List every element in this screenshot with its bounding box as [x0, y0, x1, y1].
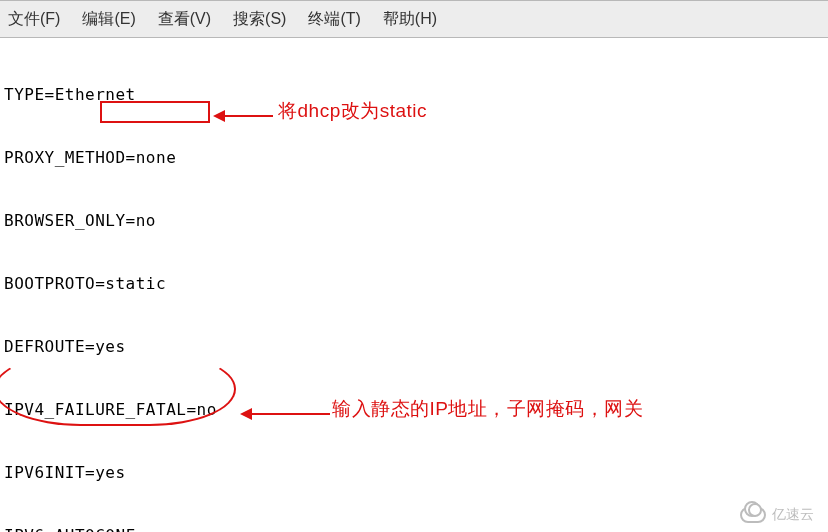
menu-terminal[interactable]: 终端(T) — [308, 9, 360, 30]
cloud-icon — [740, 507, 766, 523]
watermark-text: 亿速云 — [772, 506, 814, 524]
config-line: BROWSER_ONLY=no — [4, 210, 824, 231]
menu-file[interactable]: 文件(F) — [8, 9, 60, 30]
config-line: PROXY_METHOD=none — [4, 147, 824, 168]
editor-viewport[interactable]: TYPE=Ethernet PROXY_METHOD=none BROWSER_… — [0, 38, 828, 532]
annotation-top: 将dhcp改为static — [278, 100, 427, 121]
config-line: IPV6_AUTOCONF=yes — [4, 525, 824, 532]
menu-edit[interactable]: 编辑(E) — [82, 9, 135, 30]
menubar: 文件(F) 编辑(E) 查看(V) 搜索(S) 终端(T) 帮助(H) — [0, 0, 828, 38]
annotation-bottom: 输入静态的IP地址，子网掩码，网关 — [332, 398, 643, 419]
menu-help[interactable]: 帮助(H) — [383, 9, 437, 30]
menu-search[interactable]: 搜索(S) — [233, 9, 286, 30]
config-line: DEFROUTE=yes — [4, 336, 824, 357]
config-line-bootproto: BOOTPROTO=static — [4, 273, 824, 294]
config-line: IPV6INIT=yes — [4, 462, 824, 483]
arrow-top — [213, 110, 273, 122]
menu-view[interactable]: 查看(V) — [158, 9, 211, 30]
watermark: 亿速云 — [740, 506, 814, 524]
